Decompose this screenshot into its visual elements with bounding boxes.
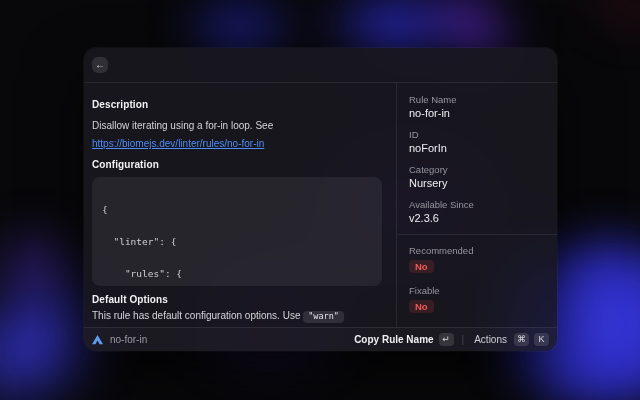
configuration-heading: Configuration <box>92 159 382 171</box>
command-key-icon: ⌘ <box>514 333 529 346</box>
recommended-badge: No <box>409 260 434 273</box>
field-value: no-for-in <box>409 107 547 120</box>
field-available-since: Available Since v2.3.6 <box>409 199 547 225</box>
field-value: v2.3.6 <box>409 212 547 225</box>
default-options-body: This rule has default configuration opti… <box>92 310 303 321</box>
field-label: Available Since <box>409 199 547 210</box>
fixable-label: Fixable <box>409 285 547 296</box>
default-options-heading: Default Options <box>92 294 382 306</box>
action-bar: no-for-in Copy Rule Name ↵ | Actions ⌘ K <box>84 327 557 351</box>
sidebar-separator <box>397 234 557 235</box>
wallpaper-blob <box>560 0 640 50</box>
field-value: noForIn <box>409 142 547 155</box>
description-heading: Description <box>92 99 382 111</box>
raycast-window: ← Description Disallow iterating using a… <box>84 48 557 351</box>
recommended-label: Recommended <box>409 245 547 256</box>
field-label: ID <box>409 129 547 140</box>
configuration-code-block: { "linter": { "rules": { "nursery": { "n… <box>92 177 382 286</box>
footer-divider: | <box>462 334 465 345</box>
field-category: Category Nursery <box>409 164 547 190</box>
copy-rule-name-button[interactable]: Copy Rule Name ↵ <box>354 333 453 346</box>
back-button[interactable]: ← <box>92 57 108 73</box>
window-body: Description Disallow iterating using a f… <box>84 83 557 327</box>
actions-label: Actions <box>474 334 507 345</box>
field-label: Rule Name <box>409 94 547 105</box>
return-key-icon: ↵ <box>439 333 454 346</box>
field-id: ID noForIn <box>409 129 547 155</box>
field-rule-name: Rule Name no-for-in <box>409 94 547 120</box>
copy-rule-name-label: Copy Rule Name <box>354 334 433 345</box>
description-text: Disallow iterating using a for-in loop. … <box>92 117 382 153</box>
window-header: ← <box>84 48 557 83</box>
action-bar-context: no-for-in <box>92 334 147 345</box>
warn-inline-code: "warn" <box>303 311 344 323</box>
default-options-text: This rule has default configuration opti… <box>92 308 382 327</box>
code-line: "linter": { <box>102 237 372 248</box>
action-bar-actions: Copy Rule Name ↵ | Actions ⌘ K <box>354 333 549 346</box>
biome-logo-icon <box>92 335 103 345</box>
metadata-sidebar: Rule Name no-for-in ID noForIn Category … <box>396 83 557 327</box>
field-value: Nursery <box>409 177 547 190</box>
desktop: ← Description Disallow iterating using a… <box>0 0 640 400</box>
current-item-label: no-for-in <box>110 334 147 345</box>
back-arrow-icon: ← <box>95 60 105 70</box>
fixable-badge: No <box>409 300 434 313</box>
code-line: { <box>102 205 372 216</box>
code-line: "rules": { <box>102 269 372 280</box>
k-key-chip: K <box>534 333 549 346</box>
description-body: Disallow iterating using a for-in loop. … <box>92 120 273 131</box>
field-label: Category <box>409 164 547 175</box>
actions-button[interactable]: Actions ⌘ K <box>472 333 549 346</box>
rule-doc-link[interactable]: https://biomejs.dev/linter/rules/no-for-… <box>92 138 264 149</box>
detail-panel: Description Disallow iterating using a f… <box>84 83 396 327</box>
